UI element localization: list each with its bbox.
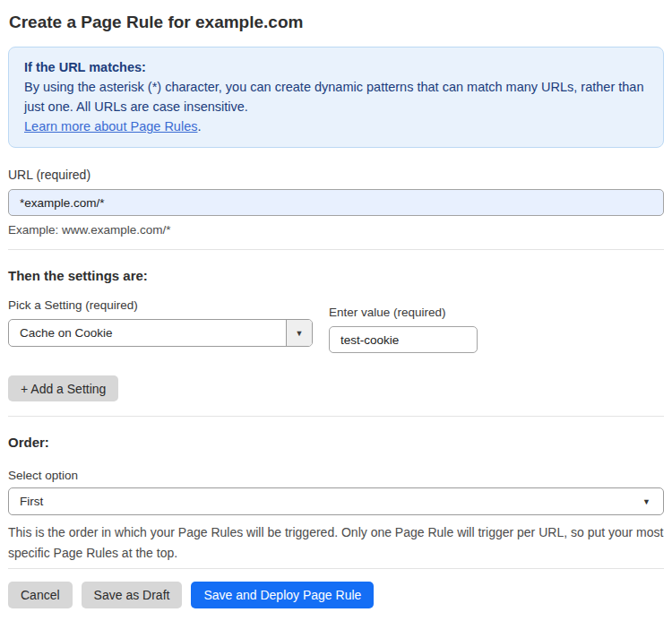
order-select-value: First <box>20 495 43 508</box>
setting-select[interactable]: Cache on Cookie ▼ <box>8 319 313 347</box>
info-box-heading: If the URL matches: <box>24 57 648 77</box>
add-setting-button[interactable]: + Add a Setting <box>8 375 118 401</box>
order-helper-text: This is the order in which your Page Rul… <box>8 522 664 564</box>
setting-value-input[interactable] <box>329 326 478 353</box>
create-page-rule-form: Create a Page Rule for example.com If th… <box>0 0 672 608</box>
setting-select-value: Cache on Cookie <box>9 320 286 346</box>
divider <box>8 249 664 250</box>
caret-down-icon: ▼ <box>642 497 650 506</box>
cancel-button[interactable]: Cancel <box>8 582 73 608</box>
order-section-heading: Order: <box>8 434 664 451</box>
info-box-link-line: Learn more about Page Rules. <box>24 116 648 136</box>
link-period: . <box>197 119 201 134</box>
page-title: Create a Page Rule for example.com <box>9 11 664 34</box>
url-field-label: URL (required) <box>8 168 664 182</box>
url-example-helper: Example: www.example.com/* <box>8 223 664 237</box>
setting-select-caret-button[interactable]: ▼ <box>286 320 312 346</box>
settings-section-heading: Then the settings are: <box>8 267 664 284</box>
divider <box>8 416 664 417</box>
caret-down-icon: ▼ <box>296 329 304 338</box>
setting-select-label: Pick a Setting (required) <box>8 298 313 312</box>
order-select-label: Select option <box>8 469 664 482</box>
order-select[interactable]: First ▼ <box>8 487 664 515</box>
save-as-draft-button[interactable]: Save as Draft <box>82 582 183 608</box>
info-box-body: By using the asterisk (*) character, you… <box>24 77 648 116</box>
setting-picker-column: Pick a Setting (required) Cache on Cooki… <box>8 298 313 353</box>
form-actions: Cancel Save as Draft Save and Deploy Pag… <box>8 582 664 608</box>
url-input[interactable] <box>8 189 664 216</box>
divider <box>8 568 664 569</box>
save-and-deploy-button[interactable]: Save and Deploy Page Rule <box>191 582 374 608</box>
value-field-label: Enter value (required) <box>329 306 478 319</box>
setting-value-column: Enter value (required) <box>329 306 478 353</box>
learn-more-link[interactable]: Learn more about Page Rules <box>24 119 197 134</box>
url-matches-info-box: If the URL matches: By using the asteris… <box>8 47 664 148</box>
setting-row: Pick a Setting (required) Cache on Cooki… <box>8 298 664 353</box>
